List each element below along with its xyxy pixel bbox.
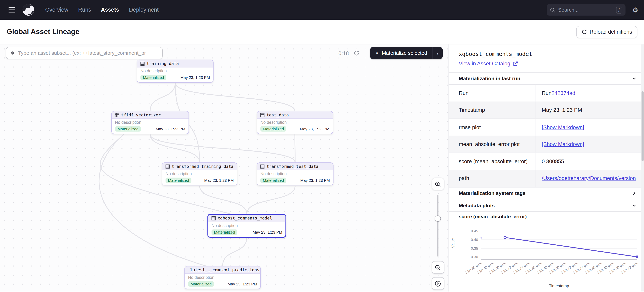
- zoom-in-icon: [434, 181, 441, 187]
- asset-name: transformed_training_data: [172, 164, 234, 168]
- asset-node-footer: MaterializedMay 23, 1:23 PM: [257, 126, 332, 134]
- view-in-asset-catalog-link[interactable]: View in Asset Catalog: [459, 61, 518, 67]
- section-label: Metadata plots: [459, 202, 495, 208]
- asset-node-header: training_data: [137, 60, 213, 67]
- asset-description: No description: [208, 222, 286, 229]
- materialize-selected-button[interactable]: ✦ Materialize selected: [370, 47, 432, 59]
- asset-node-tfidf_vectorizer[interactable]: tfidf_vectorizerNo descriptionMaterializ…: [111, 111, 189, 134]
- materialized-badge: Materialized: [188, 281, 214, 286]
- svg-text:0.45: 0.45: [471, 229, 478, 233]
- materialized-timestamp: May 23, 1:23 PM: [300, 127, 330, 131]
- lineage-canvas[interactable]: 0:18 ✦ Materialize selected ▾: [0, 45, 448, 291]
- chevron-down-icon: ▾: [436, 51, 439, 55]
- asset-filter-input[interactable]: [18, 50, 158, 56]
- lineage-edge: [200, 186, 247, 214]
- settings-gear-icon[interactable]: ⚙: [632, 7, 638, 13]
- zoom-out-icon: [434, 264, 441, 271]
- refresh-graph-icon[interactable]: [353, 49, 360, 57]
- metadata-label: rmse plot: [449, 119, 536, 135]
- materialized-timestamp: May 23, 1:23 PM: [156, 127, 185, 131]
- materialized-timestamp: May 23, 1:23 PM: [300, 178, 330, 183]
- asset-name: transformed_test_data: [266, 164, 318, 168]
- asset-details-panel: xgboost_comments_model View in Asset Cat…: [448, 45, 644, 291]
- asset-description: No description: [112, 119, 188, 125]
- lineage-edge: [150, 83, 175, 111]
- run-link[interactable]: 242374ad: [552, 90, 575, 96]
- asset-node-transformed_test_data[interactable]: transformed_test_dataNo descriptionMater…: [257, 162, 334, 185]
- lineage-edge: [150, 134, 295, 162]
- table-icon: [260, 164, 264, 168]
- table-icon: [140, 62, 144, 66]
- table-icon: [115, 113, 119, 117]
- section-system-tags[interactable]: Materialization system tags: [449, 187, 644, 199]
- svg-text:0.40: 0.40: [471, 238, 478, 242]
- metadata-value: Run 242374ad: [536, 85, 644, 101]
- svg-text:0.35: 0.35: [471, 246, 478, 250]
- materialized-timestamp: May 23, 1:23 PM: [204, 178, 234, 183]
- vertical-scrollbar[interactable]: [641, 45, 644, 291]
- section-materialization-last-run[interactable]: Materialization in last run: [449, 72, 644, 85]
- asset-filter[interactable]: [6, 47, 163, 59]
- section-metadata-plots[interactable]: Metadata plots: [449, 199, 644, 212]
- search-shortcut-key: /: [616, 7, 622, 13]
- asset-node-footer: MaterializedMay 23, 1:23 PM: [257, 177, 333, 185]
- asset-node-header: transformed_training_data: [162, 163, 237, 170]
- menu-icon[interactable]: [6, 5, 18, 15]
- svg-text:Value: Value: [451, 238, 455, 248]
- asset-node-footer: MaterializedMay 23, 1:23 PM: [112, 126, 188, 134]
- asset-node-footer: MaterializedMay 23, 1:23 PM: [208, 229, 286, 237]
- nav-item-runs[interactable]: Runs: [73, 0, 96, 20]
- refresh-icon: [582, 29, 587, 35]
- materialized-badge: Materialized: [260, 126, 286, 132]
- lineage-edge: [150, 134, 200, 162]
- search-input[interactable]: [558, 7, 613, 13]
- metadata-label: score (mean_absolute_error): [449, 153, 536, 170]
- materialized-badge: Materialized: [140, 75, 166, 80]
- metadata-link[interactable]: [Show Markdown]: [542, 141, 584, 147]
- materialize-dropdown-button[interactable]: ▾: [432, 47, 443, 59]
- asset-description: No description: [257, 119, 332, 125]
- metadata-link[interactable]: [Show Markdown]: [542, 124, 584, 130]
- metadata-link[interactable]: /Users/odetteharary/Documents/version: [542, 175, 636, 181]
- scrollbar-thumb[interactable]: [642, 91, 644, 161]
- view-in-asset-catalog-label: View in Asset Catalog: [459, 61, 510, 67]
- asset-node-test_data[interactable]: test_dataNo descriptionMaterializedMay 2…: [257, 111, 333, 134]
- asset-node-latest_comment_predictions[interactable]: latest_…_comment_predictionsNo descripti…: [184, 266, 261, 289]
- nav-links: OverviewRunsAssetsDeployment: [40, 0, 164, 20]
- materialized-badge: Materialized: [260, 178, 286, 183]
- asset-node-transformed_training_data[interactable]: transformed_training_dataNo descriptionM…: [162, 162, 238, 185]
- reload-definitions-label: Reload definitions: [590, 29, 632, 35]
- graph-toolbar: 0:18 ✦ Materialize selected ▾: [6, 47, 443, 59]
- lineage-edge: [222, 237, 247, 266]
- zoom-in-button[interactable]: [432, 178, 444, 190]
- zoom-slider[interactable]: [432, 193, 444, 258]
- zoom-slider-handle[interactable]: [435, 215, 441, 222]
- materialized-timestamp: May 23, 1:23 PM: [228, 282, 257, 286]
- asset-node-header: test_data: [257, 111, 332, 119]
- asset-node-training_data[interactable]: training_dataNo descriptionMaterializedM…: [137, 60, 214, 83]
- asset-node-footer: MaterializedMay 23, 1:23 PM: [162, 177, 237, 185]
- asset-node-footer: MaterializedMay 23, 1:23 PM: [137, 74, 213, 82]
- search-box[interactable]: /: [547, 4, 626, 16]
- asset-node-xgboost_comments_model[interactable]: xgboost_comments_modelNo descriptionMate…: [208, 214, 286, 238]
- search-icon: [550, 7, 555, 13]
- sparkle-icon: ✦: [375, 50, 379, 56]
- asset-filter-icon: [10, 51, 15, 56]
- zoom-out-button[interactable]: [432, 261, 444, 274]
- chevron-right-icon: [632, 191, 637, 196]
- reload-definitions-button[interactable]: Reload definitions: [576, 26, 638, 38]
- recenter-button[interactable]: [432, 277, 444, 290]
- metadata-row: RunRun 242374ad: [449, 85, 644, 102]
- asset-description: No description: [162, 170, 237, 177]
- top-nav: OverviewRunsAssetsDeployment / ⚙: [0, 0, 644, 20]
- nav-item-deployment[interactable]: Deployment: [124, 0, 164, 20]
- nav-item-overview[interactable]: Overview: [40, 0, 73, 20]
- lineage-edge: [295, 134, 295, 162]
- metadata-value: /Users/odetteharary/Documents/version: [536, 170, 644, 187]
- materialized-badge: Materialized: [166, 178, 192, 183]
- materialize-button-group: ✦ Materialize selected ▾: [370, 47, 443, 59]
- section-label: Materialization in last run: [459, 76, 520, 81]
- materialize-selected-label: Materialize selected: [382, 50, 427, 56]
- dagster-logo: [22, 4, 34, 16]
- nav-item-assets[interactable]: Assets: [96, 0, 124, 20]
